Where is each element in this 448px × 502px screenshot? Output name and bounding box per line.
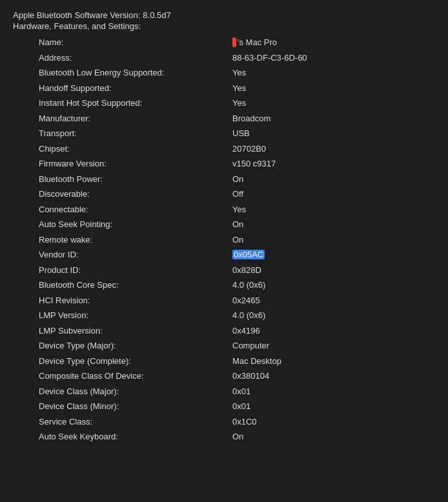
field-label: Vendor ID: xyxy=(13,247,232,263)
field-value: v150 c9317 xyxy=(232,156,435,172)
field-label: Auto Seek Pointing: xyxy=(13,217,232,232)
table-row: Product ID:0x828D xyxy=(13,263,435,278)
field-value: Yes xyxy=(232,65,435,81)
table-row: Device Type (Major):Computer xyxy=(13,338,435,354)
field-value: USB xyxy=(232,126,435,141)
table-row: Device Type (Complete):Mac Desktop xyxy=(13,354,435,369)
field-value: 0x380104 xyxy=(232,368,435,384)
field-label: LMP Subversion: xyxy=(13,323,232,339)
field-label: Bluetooth Core Spec: xyxy=(13,277,232,293)
bluetooth-info-container: Apple Bluetooth Software Version: 8.0.5d… xyxy=(13,10,435,445)
table-row: Vendor ID:0x05AC xyxy=(13,247,435,263)
table-row: Instant Hot Spot Supported:Yes xyxy=(13,95,435,111)
field-label: Device Class (Minor): xyxy=(13,399,232,414)
table-row: Device Class (Major):0x01 xyxy=(13,384,435,399)
table-row: Bluetooth Low Energy Supported:Yes xyxy=(13,65,435,81)
field-value: Yes xyxy=(232,202,435,217)
table-row: Service Class:0x1C0 xyxy=(13,414,435,430)
table-row: Device Class (Minor):0x01 xyxy=(13,399,435,414)
hardware-section-header: Hardware, Features, and Settings: xyxy=(13,21,435,31)
field-value: 4.0 (0x6) xyxy=(232,277,435,293)
vendor-id-highlight: 0x05AC xyxy=(232,250,265,259)
field-value: 0x4196 xyxy=(232,323,435,339)
table-row: Composite Class Of Device:0x380104 xyxy=(13,368,435,384)
table-row: Remote wake:On xyxy=(13,232,435,248)
software-label: Apple Bluetooth Software Version: xyxy=(13,10,140,20)
field-label: Composite Class Of Device: xyxy=(13,368,232,384)
field-value: 0x05AC xyxy=(232,247,435,263)
field-value: 's Mac Pro xyxy=(232,35,435,50)
table-row: Connectable:Yes xyxy=(13,202,435,217)
table-row: LMP Version:4.0 (0x6) xyxy=(13,308,435,323)
field-value: Yes xyxy=(232,81,435,96)
field-value: 4.0 (0x6) xyxy=(232,308,435,323)
table-row: Handoff Supported:Yes xyxy=(13,81,435,96)
table-row: Bluetooth Power:On xyxy=(13,172,435,187)
field-value: 0x01 xyxy=(232,384,435,399)
field-label: Address: xyxy=(13,50,232,66)
field-label: Device Class (Major): xyxy=(13,384,232,399)
field-value: 20702B0 xyxy=(232,141,435,157)
field-value: On xyxy=(232,232,435,248)
table-row: Auto Seek Pointing:On xyxy=(13,217,435,232)
field-label: Transport: xyxy=(13,126,232,141)
info-table: Name: 's Mac ProAddress:88-63-DF-C3-6D-6… xyxy=(13,35,435,445)
table-row: LMP Subversion:0x4196 xyxy=(13,323,435,339)
field-value: Off xyxy=(232,186,435,202)
field-value: 0x1C0 xyxy=(232,414,435,430)
field-label: Handoff Supported: xyxy=(13,81,232,96)
field-label: Chipset: xyxy=(13,141,232,157)
field-label: Bluetooth Power: xyxy=(13,172,232,187)
field-value: 88-63-DF-C3-6D-60 xyxy=(232,50,435,66)
field-label: Connectable: xyxy=(13,202,232,217)
field-label: Instant Hot Spot Supported: xyxy=(13,95,232,111)
field-value: On xyxy=(232,429,435,445)
field-label: Product ID: xyxy=(13,263,232,278)
field-label: Auto Seek Keyboard: xyxy=(13,429,232,445)
table-row: Manufacturer:Broadcom xyxy=(13,111,435,126)
field-value: Yes xyxy=(232,95,435,111)
field-label: Firmware Version: xyxy=(13,156,232,172)
field-value: 0x828D xyxy=(232,263,435,278)
field-label: Bluetooth Low Energy Supported: xyxy=(13,65,232,81)
table-row: Auto Seek Keyboard:On xyxy=(13,429,435,445)
software-value: 8.0.5d7 xyxy=(143,10,170,20)
table-row: HCI Revision:0x2465 xyxy=(13,293,435,308)
field-label: Service Class: xyxy=(13,414,232,430)
field-label: LMP Version: xyxy=(13,308,232,323)
table-row: Name: 's Mac Pro xyxy=(13,35,435,50)
field-label: Device Type (Complete): xyxy=(13,354,232,369)
field-label: Name: xyxy=(13,35,232,50)
field-value: On xyxy=(232,172,435,187)
field-value: 0x2465 xyxy=(232,293,435,308)
field-value: Broadcom xyxy=(232,111,435,126)
table-row: Address:88-63-DF-C3-6D-60 xyxy=(13,50,435,66)
software-version-row: Apple Bluetooth Software Version: 8.0.5d… xyxy=(13,10,435,20)
redacted-name xyxy=(232,37,236,47)
field-label: Device Type (Major): xyxy=(13,338,232,354)
field-value: Mac Desktop xyxy=(232,354,435,369)
field-label: Manufacturer: xyxy=(13,111,232,126)
table-row: Chipset:20702B0 xyxy=(13,141,435,157)
field-value: On xyxy=(232,217,435,232)
table-row: Bluetooth Core Spec:4.0 (0x6) xyxy=(13,277,435,293)
field-value: Computer xyxy=(232,338,435,354)
field-label: Discoverable: xyxy=(13,186,232,202)
table-row: Firmware Version:v150 c9317 xyxy=(13,156,435,172)
table-row: Discoverable:Off xyxy=(13,186,435,202)
field-value: 0x01 xyxy=(232,399,435,414)
table-row: Transport:USB xyxy=(13,126,435,141)
field-label: Remote wake: xyxy=(13,232,232,248)
field-label: HCI Revision: xyxy=(13,293,232,308)
